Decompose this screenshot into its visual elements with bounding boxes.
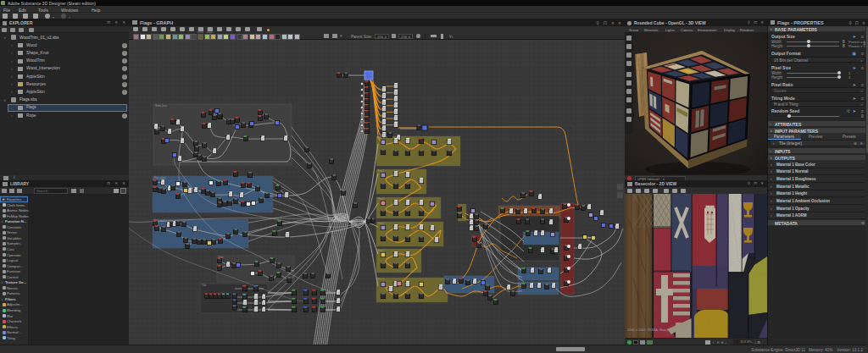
svg-text:Tiles: Tiles <box>202 284 207 287</box>
svg-text:Flag 4: Flag 4 <box>378 222 385 225</box>
svg-text:2561 x 2561 (RGBA, 8bpc): 2561 x 2561 (RGBA, 8bpc) <box>627 328 669 332</box>
svg-text:Wood_base: Wood_base <box>155 104 167 108</box>
svg-text:Flag 2: Flag 2 <box>378 169 385 173</box>
svg-text:Flag 3: Flag 3 <box>378 197 385 201</box>
svg-text:Flag 5: Flag 5 <box>378 249 385 252</box>
svg-text:Flag_colors: Flag_colors <box>154 176 166 179</box>
